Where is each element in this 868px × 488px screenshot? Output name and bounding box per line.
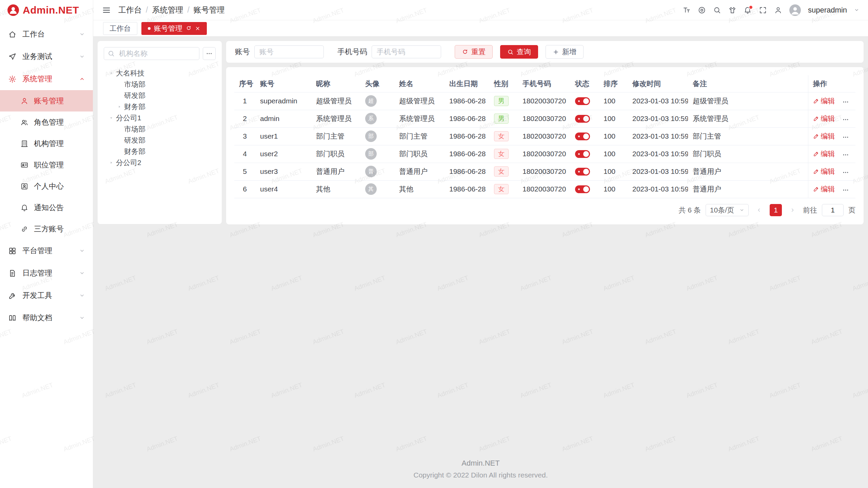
sidebar-item-role-management[interactable]: 角色管理 (0, 111, 93, 133)
notification-icon[interactable] (744, 6, 752, 14)
sidebar-item-log-management[interactable]: 日志管理 (0, 262, 93, 284)
tree-node[interactable]: 市场部 (104, 123, 216, 135)
status-toggle[interactable] (575, 115, 590, 123)
row-more-icon[interactable] (842, 116, 849, 123)
tree-node[interactable]: 研发部 (104, 90, 216, 101)
caret-down-icon[interactable] (107, 116, 115, 120)
sidebar-item-platform-management[interactable]: 平台管理 (0, 240, 93, 262)
edit-button[interactable]: 编辑 (813, 149, 835, 159)
cell-modified-time: 2023-01-03 10:59:44 (628, 110, 688, 127)
sidebar-item-org-management[interactable]: 机构管理 (0, 133, 93, 154)
status-toggle[interactable] (575, 185, 590, 193)
next-page-button[interactable] (787, 204, 798, 216)
prev-page-button[interactable] (753, 204, 765, 216)
caret-right-icon[interactable] (115, 104, 123, 109)
goto-label: 前往 (803, 205, 817, 215)
edit-button[interactable]: 编辑 (813, 114, 835, 123)
edit-button[interactable]: 编辑 (813, 131, 835, 141)
breadcrumb-item[interactable]: 系统管理 (152, 5, 183, 15)
close-icon[interactable] (195, 26, 200, 31)
app-logo[interactable]: Admin.NET (0, 0, 93, 20)
disc-icon[interactable] (698, 6, 706, 14)
sidebar-item-third-party-account[interactable]: 三方账号 (0, 218, 93, 240)
user-icon[interactable] (774, 6, 782, 14)
sidebar-item-position-management[interactable]: 职位管理 (0, 154, 93, 176)
goto-page-input[interactable] (822, 204, 844, 216)
add-button[interactable]: 新增 (546, 45, 584, 59)
sidebar-item-label: 系统管理 (22, 74, 74, 84)
breadcrumb-item[interactable]: 工作台 (118, 5, 142, 15)
gear-icon (8, 75, 17, 83)
phone-input[interactable] (372, 45, 441, 58)
refresh-icon[interactable] (186, 25, 192, 31)
sidebar-item-dev-tools[interactable]: 开发工具 (0, 284, 93, 307)
edit-button[interactable]: 编辑 (813, 184, 835, 194)
breadcrumb-separator: / (146, 5, 148, 15)
page-size-select[interactable]: 10条/页 (706, 204, 749, 216)
cell-remark: 部门主管 (688, 127, 808, 145)
logo-icon (7, 4, 19, 16)
sidebar-item-personal-center[interactable]: 个人中心 (0, 176, 93, 197)
tab-workbench[interactable]: 工作台 (103, 22, 137, 35)
tree-node-label: 市场部 (124, 124, 145, 134)
row-more-icon[interactable] (842, 99, 849, 105)
edit-button[interactable]: 编辑 (813, 96, 835, 106)
page-number[interactable]: 1 (770, 204, 782, 216)
column-header: 备注 (688, 75, 808, 92)
fullscreen-icon[interactable] (759, 6, 767, 14)
row-more-icon[interactable] (842, 169, 849, 176)
breadcrumb-item[interactable]: 账号管理 (194, 5, 225, 15)
hamburger-icon[interactable] (102, 6, 111, 15)
column-header: 头像 (360, 75, 394, 92)
tree-node[interactable]: 分公司1 (104, 112, 216, 123)
sidebar-item-business-test[interactable]: 业务测试 (0, 45, 93, 68)
cell-phone: 18020030720 (518, 163, 570, 180)
tree-node[interactable]: 市场部 (104, 79, 216, 90)
status-toggle[interactable] (575, 150, 590, 158)
row-more-icon[interactable] (842, 134, 849, 141)
row-more-icon[interactable] (842, 151, 849, 158)
cell-birthdate: 1986-06-28 (445, 163, 489, 180)
row-more-icon[interactable] (842, 187, 849, 194)
gender-badge: 女 (494, 149, 509, 159)
status-toggle[interactable] (575, 168, 590, 176)
more-button[interactable] (203, 47, 216, 60)
account-input[interactable] (254, 45, 324, 58)
home-icon (8, 30, 17, 39)
grid-icon (8, 247, 17, 255)
sidebar-item-account-management[interactable]: 账号管理 (0, 90, 93, 111)
footer-copyright: Copyright © 2022 Dilon All rights reserv… (98, 471, 864, 479)
tree-node[interactable]: 财务部 (104, 146, 216, 157)
sidebar-item-system-management[interactable]: 系统管理 (0, 68, 93, 90)
chevron-down-icon[interactable] (854, 7, 859, 13)
search-icon[interactable] (713, 6, 721, 14)
theme-icon[interactable] (728, 6, 736, 14)
reset-button[interactable]: 重置 (455, 45, 493, 59)
chevron-down-icon (79, 315, 85, 321)
status-toggle[interactable] (575, 97, 590, 105)
status-toggle[interactable] (575, 133, 590, 140)
refresh-icon (462, 49, 468, 55)
book-icon (8, 314, 17, 322)
avatar[interactable] (789, 4, 801, 16)
tree-node[interactable]: 大名科技 (104, 67, 216, 79)
tree-node[interactable]: 财务部 (104, 101, 216, 112)
caret-right-icon[interactable] (107, 160, 115, 165)
sidebar-item-notice[interactable]: 通知公告 (0, 197, 93, 218)
search-button[interactable]: 查询 (500, 45, 538, 59)
font-size-icon[interactable] (683, 6, 691, 14)
org-search-input[interactable] (104, 47, 199, 60)
cell-birthdate: 1986-06-28 (445, 180, 489, 198)
sidebar-item-workbench[interactable]: 工作台 (0, 23, 93, 45)
caret-down-icon[interactable] (107, 71, 115, 76)
tree-node[interactable]: 分公司2 (104, 157, 216, 168)
tree-node[interactable]: 研发部 (104, 135, 216, 146)
cell-nickname: 系统管理员 (311, 110, 360, 127)
sidebar-item-help-docs[interactable]: 帮助文档 (0, 307, 93, 329)
edit-button[interactable]: 编辑 (813, 167, 835, 176)
cell-remark: 普通用户 (688, 180, 808, 198)
cell-sort: 100 (599, 163, 628, 180)
tab-account-management[interactable]: 账号管理 (141, 22, 207, 35)
username[interactable]: superadmin (808, 6, 847, 15)
bell-icon (20, 204, 28, 212)
